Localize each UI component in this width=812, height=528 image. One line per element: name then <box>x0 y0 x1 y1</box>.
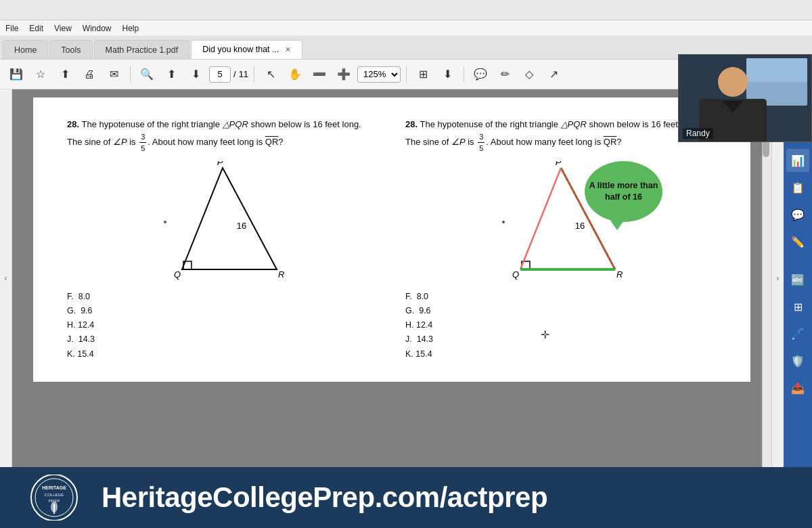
tab-home[interactable]: Home <box>3 40 48 59</box>
main-area: ‹ 28. The hypotenuse of the right triang… <box>0 89 812 467</box>
sidebar-compress-icon[interactable]: ⊞ <box>786 295 809 318</box>
svg-text:P: P <box>217 161 223 167</box>
pdf-viewer: 28. The hypotenuse of the right triangle… <box>12 89 771 467</box>
svg-text:Q: Q <box>512 269 519 280</box>
print-button[interactable]: 🖨 <box>78 64 100 85</box>
answer-k-right: K. 15.4 <box>405 347 717 361</box>
svg-point-13 <box>502 221 505 223</box>
sidebar-chat-icon[interactable]: 💬 <box>786 203 809 226</box>
webcam-overlay: Randy <box>678 54 812 142</box>
answer-f-right: F. 8.0 <box>405 290 717 304</box>
toolbar-divider-3 <box>406 66 407 83</box>
answer-k-left: K. 15.4 <box>67 347 378 361</box>
prev-page-button[interactable]: ⬆ <box>160 64 182 85</box>
svg-text:P: P <box>556 161 562 167</box>
sidebar-edit-icon[interactable]: ✏️ <box>786 230 809 253</box>
export-button[interactable]: ↗ <box>543 64 564 85</box>
menu-view[interactable]: View <box>54 24 72 33</box>
problem-text-right: 28. The hypotenuse of the right triangle… <box>405 118 717 154</box>
svg-point-6 <box>164 221 166 223</box>
email-button[interactable]: ✉ <box>103 64 125 85</box>
answer-j-left: J. 14.3 <box>67 332 378 347</box>
speech-bubble: A little more than half of 16 <box>585 161 662 222</box>
next-page-arrow[interactable]: › <box>771 89 784 467</box>
sidebar-shield-icon[interactable]: 🛡️ <box>786 349 809 372</box>
zoom-in-button[interactable]: ➕ <box>333 64 355 85</box>
svg-rect-20 <box>746 58 807 82</box>
problem-number-left: 28. <box>67 119 79 129</box>
toolbar-divider-1 <box>130 66 131 83</box>
menu-bar: File Edit View Window Help <box>0 20 812 37</box>
shapes-button[interactable]: ◇ <box>518 64 540 85</box>
upload-button[interactable]: ⬆ <box>54 64 76 85</box>
cursor-indicator: ✛ <box>541 328 549 341</box>
banner-logo: HERITAGE COLLEGE PREP <box>27 474 81 521</box>
menu-edit[interactable]: Edit <box>29 24 43 33</box>
svg-marker-0 <box>182 168 277 269</box>
select-tool-button[interactable]: ↖ <box>260 64 281 85</box>
answer-g-right: G. 9.6 <box>405 304 717 318</box>
title-bar <box>0 0 812 20</box>
sidebar-pen-icon[interactable]: 🖊️ <box>786 322 809 345</box>
webcam-video: Randy <box>679 55 811 141</box>
bookmark-button[interactable]: ☆ <box>30 64 51 85</box>
draw-button[interactable]: ✏ <box>494 64 516 85</box>
zoom-out-button[interactable]: 🔍 <box>136 64 158 85</box>
banner-url-text: HeritageCollegePrep.com/actprep <box>102 481 547 514</box>
next-page-button[interactable]: ⬇ <box>185 64 206 85</box>
page-separator: / <box>233 69 236 79</box>
problem-left: 28. The hypotenuse of the right triangle… <box>60 111 385 368</box>
right-sidebar: 🔍 📄 📊 📋 💬 ✏️ 🔤 ⊞ 🖊️ 🛡️ 📤 <box>784 89 812 467</box>
sidebar-translate-icon[interactable]: 🔤 <box>786 268 809 291</box>
menu-help[interactable]: Help <box>122 24 139 33</box>
zoom-select[interactable]: 125% 50% 75% 100% 150% 200% <box>357 66 401 83</box>
page-number-input[interactable] <box>209 66 231 83</box>
tab-close-icon[interactable]: ✕ <box>285 45 291 54</box>
answer-g-left: G. 9.6 <box>67 304 378 318</box>
download-button[interactable]: ⬇ <box>436 64 458 85</box>
triangle-svg-left: P Q R 16 <box>141 161 304 283</box>
sidebar-table-icon[interactable]: 📊 <box>786 149 809 172</box>
answer-choices-left: F. 8.0 G. 9.6 H. 12.4 J. 14.3 K. 15.4 <box>67 290 378 361</box>
heritage-logo: HERITAGE COLLEGE PREP <box>29 475 80 521</box>
problem-text-left: 28. The hypotenuse of the right triangle… <box>67 118 378 154</box>
sidebar-export-icon[interactable]: 📤 <box>786 376 809 399</box>
sidebar-list-icon[interactable]: 📋 <box>786 176 809 199</box>
svg-text:16: 16 <box>575 221 585 231</box>
page-total: 11 <box>239 69 248 79</box>
pdf-page: 28. The hypotenuse of the right triangle… <box>33 97 750 382</box>
svg-point-30 <box>51 502 58 512</box>
triangle-left: P Q R 16 <box>141 161 304 283</box>
svg-point-21 <box>718 67 748 97</box>
save-button[interactable]: 💾 <box>5 64 27 85</box>
toolbar-divider-2 <box>254 66 254 83</box>
svg-text:Q: Q <box>174 269 181 280</box>
svg-text:16: 16 <box>237 221 246 231</box>
triangle-right: P Q R 16 <box>480 161 642 283</box>
tab-did-you-know[interactable]: Did you know that ... ✕ <box>191 40 302 59</box>
svg-text:COLLEGE: COLLEGE <box>44 493 63 497</box>
svg-text:HERITAGE: HERITAGE <box>42 485 66 490</box>
tab-tools[interactable]: Tools <box>49 40 92 59</box>
webcam-name-label: Randy <box>683 128 713 139</box>
prev-page-arrow[interactable]: ‹ <box>0 89 12 467</box>
bottom-banner: HERITAGE COLLEGE PREP HeritageCollegePre… <box>0 467 812 528</box>
answer-h-right: H. 12.4 <box>405 318 717 332</box>
vertical-scrollbar[interactable] <box>762 89 771 467</box>
answer-choices-right: F. 8.0 G. 9.6 H. 12.4 J. 14.3 K. 15.4 <box>405 290 717 361</box>
svg-line-15 <box>520 168 561 269</box>
answer-f-left: F. 8.0 <box>67 290 378 304</box>
comment-button[interactable]: 💬 <box>470 64 491 85</box>
toolbar-divider-4 <box>464 66 464 83</box>
zoom-out-minus-button[interactable]: ➖ <box>309 64 330 85</box>
problem-number-right: 28. <box>405 119 418 129</box>
svg-text:R: R <box>616 269 623 280</box>
hand-tool-button[interactable]: ✋ <box>284 64 306 85</box>
menu-file[interactable]: File <box>5 24 18 33</box>
tab-math-practice[interactable]: Math Practice 1.pdf <box>94 40 190 59</box>
problem-right: 28. The hypotenuse of the right triangle… <box>399 111 723 368</box>
fit-page-button[interactable]: ⊞ <box>412 64 434 85</box>
answer-h-left: H. 12.4 <box>67 318 378 332</box>
answer-j-right: J. 14.3 <box>405 332 717 347</box>
menu-window[interactable]: Window <box>83 24 112 33</box>
